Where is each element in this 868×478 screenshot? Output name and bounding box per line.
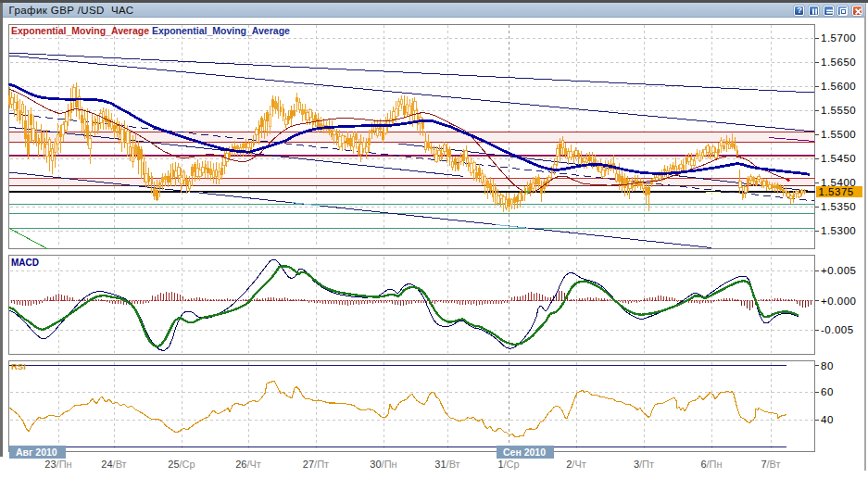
svg-text:31/Вт: 31/Вт (434, 459, 459, 470)
svg-text:Exponential_Moving_Average Exp: Exponential_Moving_Average Exponential_M… (11, 25, 290, 36)
svg-text:Сен 2010: Сен 2010 (503, 447, 546, 458)
svg-text:1.5600: 1.5600 (821, 81, 856, 92)
svg-text:25/Ср: 25/Ср (168, 459, 195, 470)
svg-text:7/Вт: 7/Вт (761, 459, 780, 470)
svg-text:1.5375: 1.5375 (819, 186, 854, 197)
svg-text:-0.005: -0.005 (821, 324, 854, 335)
svg-text:6/Пн: 6/Пн (700, 459, 722, 470)
svg-text:80: 80 (821, 360, 834, 371)
svg-text:30/Пн: 30/Пн (370, 459, 396, 470)
svg-text:60: 60 (821, 386, 834, 397)
svg-text:1.5350: 1.5350 (821, 201, 856, 212)
svg-text:1.5450: 1.5450 (821, 153, 856, 164)
svg-text:1.5500: 1.5500 (821, 129, 856, 140)
svg-text:1/Ср: 1/Ср (497, 459, 519, 470)
svg-text:1.5300: 1.5300 (821, 225, 856, 236)
svg-text:2/Чт: 2/Чт (566, 459, 586, 470)
svg-text:3/Пт: 3/Пт (634, 459, 654, 470)
svg-text:+0.005: +0.005 (821, 265, 857, 276)
svg-text:27/Пт: 27/Пт (303, 459, 329, 470)
svg-text:MACD: MACD (11, 258, 39, 268)
svg-text:40: 40 (821, 414, 834, 425)
svg-text:26/Чт: 26/Чт (235, 459, 261, 470)
svg-text:1.5550: 1.5550 (821, 105, 856, 116)
svg-text:24/Вт: 24/Вт (101, 459, 126, 470)
svg-text:RSI: RSI (11, 361, 26, 371)
svg-text:1.5700: 1.5700 (821, 32, 856, 44)
svg-text:1.5650: 1.5650 (821, 57, 856, 68)
svg-text:+0.000: +0.000 (821, 296, 857, 307)
svg-text:23/Пн: 23/Пн (44, 459, 71, 470)
svg-text:Авг 2010: Авг 2010 (16, 447, 57, 458)
